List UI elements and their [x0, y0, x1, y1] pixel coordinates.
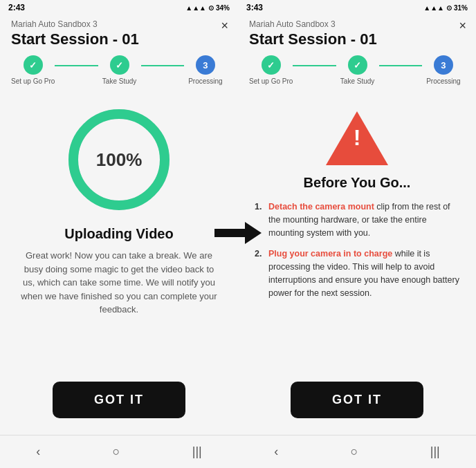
instruction-text-2: Plug your camera in to charge while it i…: [268, 247, 459, 299]
battery-left: 34%: [216, 4, 230, 12]
back-nav-icon-right[interactable]: ‹: [274, 444, 278, 459]
instruction-num-1: 1.: [255, 200, 264, 214]
progress-text: 100%: [96, 149, 143, 171]
wifi-icon: ⊙: [208, 4, 214, 12]
svg-marker-2: [214, 222, 262, 244]
step-line-2-left: [141, 65, 184, 66]
app-title-right: Mariah Auto Sandbox 3: [238, 15, 476, 29]
check-icon-1: ✓: [29, 60, 37, 71]
content-left: 100% Uploading Video Great work! Now you…: [0, 92, 238, 435]
step-num-right: 3: [441, 60, 446, 71]
status-icons-left: ▲▲▲ ⊙ 34%: [185, 4, 230, 12]
got-it-button-left[interactable]: GOT IT: [53, 382, 185, 418]
close-button-left[interactable]: ×: [221, 19, 228, 32]
upload-title: Uploading Video: [64, 226, 173, 242]
screen-right: 3:43 ▲▲▲ ⊙ 31% × Mariah Auto Sandbox 3 S…: [238, 0, 476, 468]
status-bar-left: 2:43 ▲▲▲ ⊙ 34%: [0, 0, 238, 15]
instruction-text-1: Detach the camera mount clip from the re…: [268, 200, 459, 239]
status-bar-right: 3:43 ▲▲▲ ⊙ 31%: [238, 0, 476, 15]
check-icon-2: ✓: [116, 60, 123, 71]
check-icon-r2: ✓: [354, 60, 361, 71]
step-2-right: ✓ Take Study: [336, 55, 379, 85]
close-button-right[interactable]: ×: [459, 19, 466, 32]
step-label-2-right: Take Study: [340, 77, 374, 85]
instruction-1: 1. Detach the camera mount clip from the…: [255, 200, 459, 239]
recents-nav-icon-right[interactable]: |||: [430, 444, 440, 459]
before-title: Before You Go...: [304, 175, 411, 191]
steps-left: ✓ Set up Go Pro ✓ Take Study 3 Processin…: [0, 55, 238, 85]
bottom-nav-right: ‹ ○ |||: [238, 435, 476, 468]
step-label-2-left: Take Study: [102, 77, 136, 85]
steps-right: ✓ Set up Go Pro ✓ Take Study 3 Processin…: [238, 55, 476, 85]
step-label-1-left: Set up Go Pro: [11, 77, 55, 85]
step-label-3-left: Processing: [188, 77, 222, 85]
time-left: 2:43: [8, 3, 25, 12]
step-3-right: 3 Processing: [422, 55, 465, 85]
got-it-button-right[interactable]: GOT IT: [291, 382, 423, 418]
step-line-1-left: [55, 65, 98, 66]
warning-icon: !: [326, 111, 388, 165]
circle-progress: 100%: [64, 104, 174, 215]
time-right: 3:43: [246, 3, 263, 12]
step-circle-2-left: ✓: [110, 55, 129, 75]
status-icons-right: ▲▲▲ ⊙ 31%: [423, 4, 468, 12]
instruction-2: 2. Plug your camera in to charge while i…: [255, 247, 459, 299]
step-1-right: ✓ Set up Go Pro: [249, 55, 293, 85]
screen-left: 2:43 ▲▲▲ ⊙ 34% × Mariah Auto Sandbox 3 S…: [0, 0, 238, 468]
signal-icon-right: ▲▲▲: [423, 4, 444, 12]
wifi-icon-right: ⊙: [446, 4, 452, 12]
instructions-list: 1. Detach the camera mount clip from the…: [249, 200, 465, 308]
app-title-left: Mariah Auto Sandbox 3: [0, 15, 238, 29]
step-label-1-right: Set up Go Pro: [249, 77, 293, 85]
battery-right: 31%: [454, 4, 468, 12]
instruction-highlight-2: Plug your camera in to charge: [268, 249, 392, 259]
step-circle-1-right: ✓: [262, 55, 281, 75]
step-line-2-right: [379, 65, 422, 66]
step-3-left: 3 Processing: [184, 55, 227, 85]
step-circle-1-left: ✓: [24, 55, 43, 75]
step-line-1-right: [293, 65, 336, 66]
arrow-indicator: [214, 219, 262, 250]
instruction-highlight-1: Detach the camera mount: [268, 202, 374, 212]
step-circle-2-right: ✓: [348, 55, 367, 75]
check-icon-r1: ✓: [267, 60, 275, 71]
session-title-left: Start Session - 01: [0, 29, 238, 55]
home-nav-icon-left[interactable]: ○: [113, 444, 120, 459]
session-title-right: Start Session - 01: [238, 29, 476, 55]
step-circle-3-left: 3: [196, 55, 215, 75]
upload-desc: Great work! Now you can take a break. We…: [11, 249, 227, 317]
step-circle-3-right: 3: [434, 55, 453, 75]
step-2-left: ✓ Take Study: [98, 55, 141, 85]
exclamation-icon: !: [354, 127, 361, 149]
home-nav-icon-right[interactable]: ○: [351, 444, 358, 459]
step-label-3-right: Processing: [426, 77, 460, 85]
recents-nav-icon-left[interactable]: |||: [192, 444, 202, 459]
signal-icon: ▲▲▲: [185, 4, 206, 12]
back-nav-icon-left[interactable]: ‹: [36, 444, 40, 459]
content-right: ! Before You Go... 1. Detach the camera …: [238, 92, 476, 435]
step-num-left: 3: [203, 60, 208, 71]
step-1-left: ✓ Set up Go Pro: [11, 55, 55, 85]
instruction-num-2: 2.: [255, 247, 264, 261]
bottom-nav-left: ‹ ○ |||: [0, 435, 238, 468]
